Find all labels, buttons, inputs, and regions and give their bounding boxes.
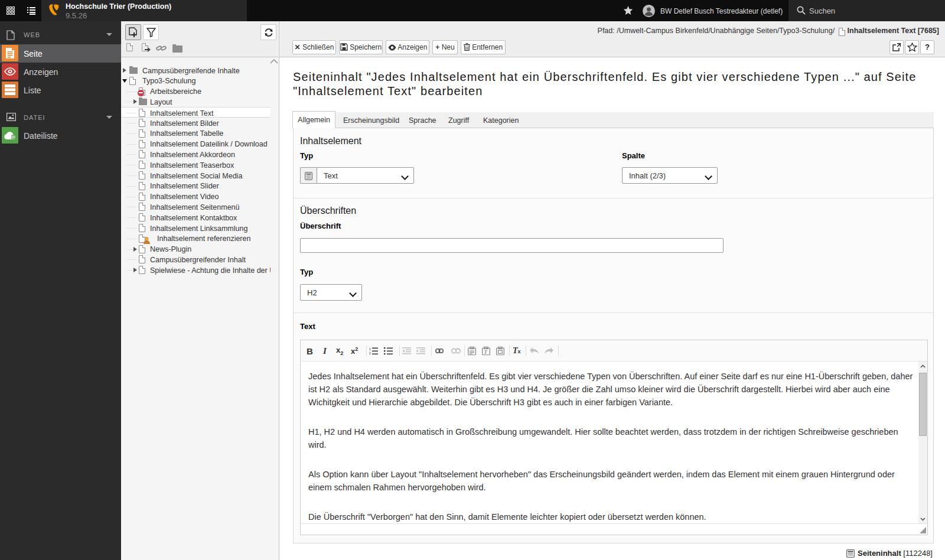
- svg-text:T: T: [484, 349, 487, 355]
- svg-text:2: 2: [369, 351, 371, 354]
- svg-text:1: 1: [369, 347, 371, 350]
